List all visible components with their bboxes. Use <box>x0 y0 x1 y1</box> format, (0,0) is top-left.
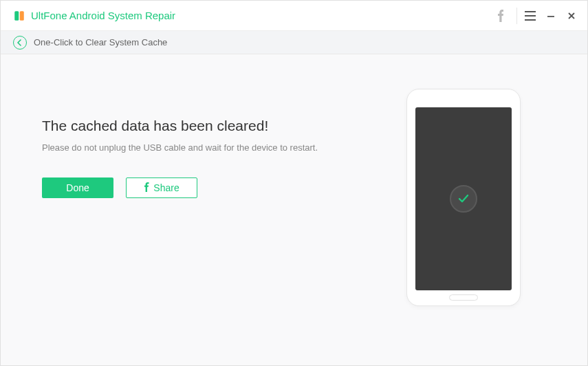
app-logo-icon <box>13 10 25 22</box>
share-button-label: Share <box>153 182 179 193</box>
app-window: UltFone Android System Repair One-Click … <box>0 0 588 366</box>
done-button-label: Done <box>66 182 89 193</box>
svg-rect-0 <box>14 11 19 21</box>
menu-icon[interactable] <box>520 6 541 26</box>
success-heading: The cached data has been cleared! <box>42 118 402 134</box>
done-button[interactable]: Done <box>42 177 113 198</box>
close-button[interactable] <box>561 6 582 26</box>
content-area: The cached data has been cleared! Please… <box>1 54 587 365</box>
minimize-button[interactable] <box>541 6 561 26</box>
success-subtext: Please do not unplug the USB cable and w… <box>42 142 402 153</box>
svg-rect-1 <box>20 11 24 21</box>
breadcrumb-text: One-Click to Clear System Cache <box>34 37 167 47</box>
phone-illustration <box>402 89 525 306</box>
share-button[interactable]: Share <box>126 177 197 198</box>
titlebar-actions <box>490 6 582 26</box>
phone-frame <box>406 89 521 306</box>
titlebar: UltFone Android System Repair <box>1 1 587 31</box>
separator <box>516 8 517 24</box>
phone-screen <box>415 107 512 290</box>
facebook-icon[interactable] <box>490 6 511 26</box>
facebook-share-icon <box>144 182 149 194</box>
phone-home-button <box>449 294 478 301</box>
breadcrumb-bar: One-Click to Clear System Cache <box>1 31 587 54</box>
content-left: The cached data has been cleared! Please… <box>42 89 402 198</box>
checkmark-icon <box>450 185 477 213</box>
back-button[interactable] <box>13 36 27 50</box>
app-title: UltFone Android System Repair <box>31 10 490 21</box>
button-row: Done Share <box>42 177 402 198</box>
